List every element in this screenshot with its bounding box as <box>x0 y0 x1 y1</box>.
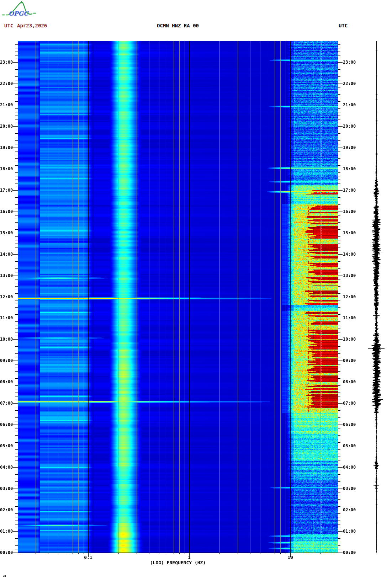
y-tick-minor-right <box>338 215 340 215</box>
y-tick-minor-left <box>15 521 18 521</box>
y-tick-minor-right <box>338 44 340 45</box>
y-tick-major-right <box>338 84 343 84</box>
hour-label-left: 11:00 <box>0 316 13 320</box>
y-tick-minor-right <box>338 140 340 141</box>
y-tick-minor-right <box>338 176 340 176</box>
x-tick-minor <box>321 553 321 554</box>
y-tick-minor-left <box>15 73 18 73</box>
y-tick-minor-left <box>15 407 18 407</box>
y-tick-minor-left <box>15 535 18 535</box>
hour-label-right: 19:00 <box>343 145 356 150</box>
hour-label-right: 18:00 <box>343 167 356 171</box>
y-tick-major-left <box>13 553 18 553</box>
y-tick-minor-left <box>15 240 18 240</box>
x-tick-minor <box>78 553 79 554</box>
y-tick-minor-left <box>15 435 18 436</box>
y-tick-minor-left <box>15 549 18 549</box>
y-tick-minor-right <box>338 119 340 119</box>
x-tick-minor <box>58 553 58 554</box>
hour-label-right: 11:00 <box>343 316 356 320</box>
x-tick-minor <box>250 553 250 554</box>
y-tick-major-right <box>338 382 343 382</box>
y-tick-minor-left <box>15 321 18 322</box>
y-tick-minor-left <box>15 378 18 379</box>
y-tick-minor-right <box>338 244 340 244</box>
y-tick-major-left <box>13 233 18 233</box>
y-tick-minor-right <box>338 442 340 443</box>
y-tick-minor-right <box>338 204 340 205</box>
y-tick-major-left <box>13 403 18 404</box>
y-tick-minor-right <box>338 481 340 482</box>
y-tick-minor-left <box>15 400 18 400</box>
y-tick-minor-left <box>15 261 18 262</box>
hour-label-left: 08:00 <box>0 380 13 384</box>
y-tick-minor-left <box>15 108 18 109</box>
y-tick-major-left <box>13 105 18 105</box>
y-tick-minor-right <box>338 321 340 322</box>
y-tick-minor-right <box>338 155 340 155</box>
y-tick-minor-left <box>15 300 18 300</box>
y-tick-minor-left <box>15 325 18 325</box>
hour-label-right: 02:00 <box>343 508 356 512</box>
y-tick-minor-right <box>338 151 340 151</box>
y-tick-minor-left <box>15 44 18 45</box>
y-tick-minor-left <box>15 471 18 471</box>
y-tick-major-left <box>13 425 18 425</box>
y-tick-major-left <box>13 489 18 489</box>
y-tick-minor-left <box>15 417 18 418</box>
y-tick-minor-right <box>338 279 340 279</box>
y-tick-major-left <box>13 446 18 446</box>
x-tick-minor <box>149 553 149 554</box>
x-tick-minor <box>286 553 286 554</box>
hour-label-right: 16:00 <box>343 209 356 214</box>
y-tick-minor-left <box>15 346 18 347</box>
y-tick-minor-right <box>338 389 340 389</box>
hour-label-right: 08:00 <box>343 380 356 384</box>
x-tick-label-1: 1 <box>188 555 191 560</box>
y-tick-minor-right <box>338 421 340 421</box>
y-tick-minor-left <box>15 428 18 428</box>
x-tick-major <box>290 553 291 557</box>
x-tick-minor <box>275 553 275 554</box>
y-tick-major-left <box>13 169 18 169</box>
y-tick-minor-left <box>15 503 18 503</box>
hour-label-right: 17:00 <box>343 188 356 192</box>
hour-label-left: 18:00 <box>0 167 13 171</box>
hour-label-left: 23:00 <box>0 60 13 64</box>
y-tick-minor-left <box>15 311 18 311</box>
y-tick-minor-left <box>15 421 18 421</box>
x-tick-minor <box>167 553 167 554</box>
y-tick-major-right <box>338 126 343 127</box>
y-tick-minor-left <box>15 442 18 443</box>
x-tick-major <box>189 553 190 557</box>
station-title: OCMN HNZ RA 00 <box>157 23 199 28</box>
y-tick-minor-left <box>15 98 18 98</box>
x-tick-minor <box>260 553 260 554</box>
y-tick-minor-left <box>15 524 18 524</box>
y-tick-major-right <box>338 553 343 553</box>
y-tick-minor-right <box>338 332 340 332</box>
x-tick-minor <box>66 553 66 554</box>
y-tick-major-left <box>13 148 18 148</box>
y-tick-minor-right <box>338 236 340 237</box>
y-tick-minor-right <box>338 371 340 372</box>
y-tick-minor-left <box>15 222 18 223</box>
y-tick-major-right <box>338 510 343 510</box>
y-tick-minor-left <box>15 229 18 230</box>
y-tick-major-right <box>338 105 343 105</box>
y-tick-minor-right <box>338 172 340 173</box>
y-tick-minor-left <box>15 137 18 137</box>
y-tick-minor-left <box>15 258 18 258</box>
y-tick-minor-left <box>15 414 18 414</box>
y-tick-minor-right <box>338 542 340 542</box>
y-tick-minor-right <box>338 48 340 48</box>
y-tick-major-left <box>13 254 18 255</box>
y-tick-minor-right <box>338 272 340 272</box>
y-tick-minor-left <box>15 91 18 91</box>
hour-label-right: 09:00 <box>343 358 356 363</box>
y-tick-minor-right <box>338 329 340 329</box>
y-tick-minor-left <box>15 304 18 304</box>
y-tick-minor-left <box>15 453 18 453</box>
y-tick-minor-left <box>15 457 18 457</box>
hour-label-left: 02:00 <box>0 508 13 512</box>
